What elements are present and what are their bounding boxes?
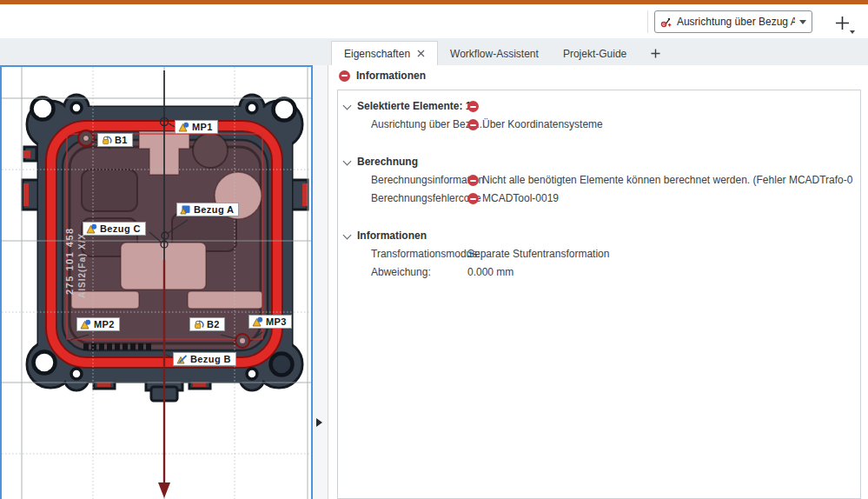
close-icon[interactable] xyxy=(417,50,425,57)
main-toolbar: Ausrichtung über Bezug A|B.. xyxy=(0,4,868,39)
section-informationen: Informationen Transformationsmodus: Sepa… xyxy=(338,227,860,282)
property-row-transformation-mode: Transformationsmodus: Separate Stufentra… xyxy=(338,245,860,263)
measure-point-icon xyxy=(86,223,97,234)
property-row-calc-info: Berechnungsinformation Nicht alle benöti… xyxy=(338,171,860,190)
element-label-b2[interactable]: B2 xyxy=(189,317,225,331)
label-text: MP1 xyxy=(192,122,213,132)
tab-eigenschaften[interactable]: Eigenschaften xyxy=(331,41,438,65)
label-text: B2 xyxy=(207,319,220,329)
panel-header: Informationen xyxy=(339,70,426,82)
properties-panel: Informationen Selektierte Elemente: 1 Au… xyxy=(328,65,868,499)
add-alignment-button[interactable] xyxy=(827,10,857,36)
properties-group-box: Selektierte Elemente: 1 Ausrichtung über… xyxy=(337,90,861,499)
property-value: 0.000 mm xyxy=(467,263,514,282)
property-value: Über Koordinatensysteme xyxy=(482,116,603,134)
toolbar-separator xyxy=(647,10,648,33)
chevron-down-icon[interactable] xyxy=(343,231,352,240)
vent-slots xyxy=(83,343,151,350)
measure-point-icon xyxy=(178,122,189,132)
property-value: MCADTool-0019 xyxy=(482,190,559,208)
element-label-mp2[interactable]: MP2 xyxy=(76,317,120,331)
label-text: Bezug A xyxy=(194,204,234,215)
add-tab-button[interactable] xyxy=(639,42,673,65)
section-title: Informationen xyxy=(357,230,427,242)
section-header: Informationen xyxy=(338,227,860,245)
section-title: Selektierte Elemente: 1 xyxy=(357,100,471,112)
error-status-icon xyxy=(467,193,479,204)
label-text: B1 xyxy=(115,135,128,145)
element-label-bezug-c[interactable]: Bezug C xyxy=(83,222,146,236)
property-label: Transformationsmodus: xyxy=(371,245,467,263)
cad-viewport[interactable]: 275 101 458 AISI2(Fa) X/X xyxy=(0,65,313,499)
section-berechnung: Berechnung Berechnungsinformation Nicht … xyxy=(338,153,860,208)
section-header: Berechnung xyxy=(338,153,860,171)
tab-label: Projekt-Guide xyxy=(563,48,626,60)
section-selected-elements: Selektierte Elemente: 1 Ausrichtung über… xyxy=(338,97,860,134)
measure-point-icon xyxy=(80,319,91,329)
panel-splitter[interactable] xyxy=(313,65,328,499)
property-label: Berechnungsinformation xyxy=(371,171,467,190)
panel-tab-strip: Eigenschaften Workflow-Assistent Projekt… xyxy=(0,38,868,66)
property-row-alignment: Ausrichtung über Bezu... Über Koordinate… xyxy=(338,116,860,134)
alignment-dropdown[interactable]: Ausrichtung über Bezug A|B.. xyxy=(654,10,812,33)
label-text: MP2 xyxy=(94,319,115,329)
error-status-icon xyxy=(467,119,479,130)
property-value: Separate Stufentransformation xyxy=(467,245,609,263)
axis-arrowhead xyxy=(158,482,170,498)
error-status-icon xyxy=(339,70,350,82)
error-status-icon xyxy=(467,101,479,112)
plus-icon xyxy=(651,49,660,58)
tab-label: Eigenschaften xyxy=(344,48,410,60)
chevron-down-icon xyxy=(799,20,806,24)
application-window: Ausrichtung über Bezug A|B.. Eigenschaft… xyxy=(0,0,868,499)
measure-point-icon xyxy=(252,316,263,327)
datum-edge-icon xyxy=(176,354,188,364)
chevron-down-icon[interactable] xyxy=(343,102,352,110)
section-header: Selektierte Elemente: 1 xyxy=(338,97,860,116)
element-label-mp3[interactable]: MP3 xyxy=(248,315,292,329)
part-marking-2: AISI2(Fa) X/X xyxy=(77,233,87,298)
panel-title: Informationen xyxy=(356,70,426,82)
element-label-bezug-a[interactable]: Bezug A xyxy=(176,203,239,216)
label-text: Bezug B xyxy=(190,354,231,364)
tab-label: Workflow-Assistent xyxy=(450,48,539,60)
property-label: Berechnungsfehlercode xyxy=(371,190,467,208)
datum-plane-icon xyxy=(180,204,191,215)
property-label: Abweichung: xyxy=(371,263,467,282)
property-label: Ausrichtung über Bezu... xyxy=(371,116,467,134)
lock-icon xyxy=(101,135,112,145)
alignment-dropdown-value: Ausrichtung über Bezug A|B.. xyxy=(677,16,795,28)
label-text: Bezug C xyxy=(100,223,141,234)
part-marking-1: 275 101 458 xyxy=(64,227,75,295)
chevron-down-icon[interactable] xyxy=(343,157,352,166)
plus-icon xyxy=(835,16,850,30)
property-row-deviation: Abweichung: 0.000 mm xyxy=(338,263,860,282)
tab-workflow-assistent[interactable]: Workflow-Assistent xyxy=(438,42,551,65)
property-value: Nicht alle benötigten Elemente können be… xyxy=(482,171,852,190)
tab-projekt-guide[interactable]: Projekt-Guide xyxy=(551,42,639,65)
cavity-boss-circle xyxy=(193,133,228,168)
element-label-bezug-b[interactable]: Bezug B xyxy=(173,352,236,366)
cad-canvas: 275 101 458 AISI2(Fa) X/X xyxy=(2,67,311,499)
label-text: MP3 xyxy=(266,316,287,327)
section-title: Berechnung xyxy=(357,156,418,168)
property-row-error-code: Berechnungsfehlercode MCADTool-0019 xyxy=(338,190,860,208)
error-status-icon xyxy=(467,175,479,186)
alignment-datum-icon xyxy=(660,15,673,29)
element-label-mp1[interactable]: MP1 xyxy=(175,120,218,134)
splitter-collapse-arrow-icon[interactable] xyxy=(316,418,322,427)
element-label-b1[interactable]: B1 xyxy=(97,133,133,147)
lock-icon xyxy=(193,319,204,329)
